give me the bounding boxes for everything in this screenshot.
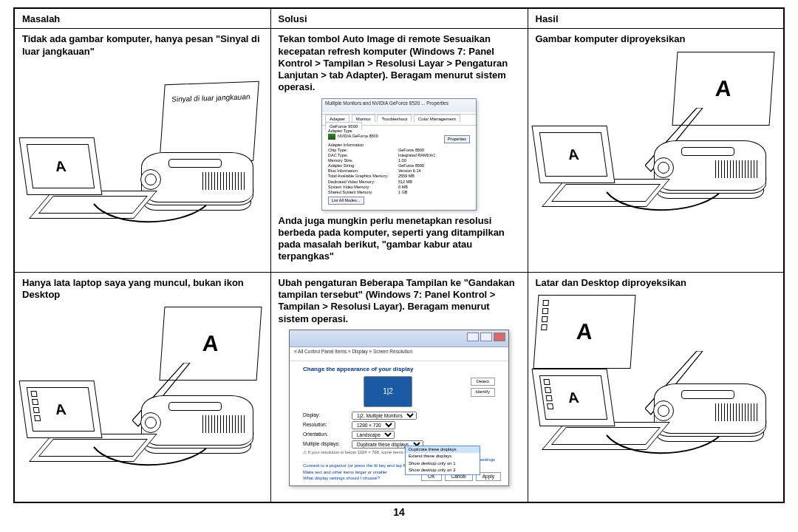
col-header-solution: Solusi bbox=[270, 8, 528, 29]
tab-troubleshoot[interactable]: Troubleshoot bbox=[377, 115, 412, 123]
window-titlebar[interactable] bbox=[290, 330, 508, 347]
r2-solution-text: Ubah pengaturan Beberapa Tampilan ke "Ga… bbox=[279, 277, 520, 325]
adapter-type-label: Adapter Type bbox=[328, 129, 470, 134]
tab-colormgmt[interactable]: Color Management bbox=[414, 115, 460, 123]
r1-solution-text: Tekan tombol Auto Image di remote Sesuai… bbox=[279, 33, 520, 93]
cable-icon bbox=[91, 441, 209, 471]
desktop-icons bbox=[541, 300, 549, 330]
r1-problem-cell: Tidak ada gambar komputer, hanya pesan "… bbox=[14, 29, 270, 273]
r1-solution-tail: Anda juga mungkin perlu menetapkan resol… bbox=[279, 215, 520, 263]
properties-button[interactable]: Properties bbox=[444, 135, 470, 143]
r1-problem-text: Tidak ada gambar komputer, hanya pesan "… bbox=[22, 33, 263, 58]
monitor-preview-icon[interactable] bbox=[364, 376, 412, 407]
desktop-icons bbox=[30, 391, 41, 421]
multiple-displays-dropdown[interactable]: Duplicate these displays Extend these di… bbox=[405, 446, 480, 475]
detect-button[interactable]: Detect bbox=[471, 378, 495, 386]
orientation-select[interactable]: Landscape bbox=[352, 431, 395, 439]
display-select[interactable]: 1|2. Multiple Monitors bbox=[352, 412, 417, 420]
r2-problem-cell: Hanya lata laptop saya yang muncul, buka… bbox=[14, 272, 270, 502]
col-header-result: Hasil bbox=[528, 8, 784, 29]
dialog-heading: Change the appearance of your display bbox=[303, 366, 501, 373]
r2-solution-cell: Ubah pengaturan Beberapa Tampilan ke "Ga… bbox=[270, 272, 528, 502]
resolution-select[interactable]: 1280 × 720 bbox=[352, 421, 395, 429]
projection-screen: A bbox=[533, 295, 636, 369]
page-number: 14 bbox=[0, 506, 798, 518]
r1-result-text: Gambar komputer diproyeksikan bbox=[536, 33, 777, 45]
list-modes-button[interactable]: List All Modes... bbox=[328, 197, 364, 205]
col-header-problem: Masalah bbox=[14, 8, 270, 29]
r2-result-cell: Latar dan Desktop diproyeksikan A bbox=[528, 272, 784, 502]
tab-monitor[interactable]: Monitor bbox=[352, 115, 375, 123]
min-icon[interactable] bbox=[467, 332, 479, 341]
cable-icon bbox=[91, 198, 209, 228]
breadcrumb[interactable]: « All Control Panel Items » Display » Sc… bbox=[290, 347, 508, 361]
r1-result-cell: Gambar komputer diproyeksikan A A bbox=[528, 29, 784, 273]
r2-result-text: Latar dan Desktop diproyeksikan bbox=[536, 277, 777, 289]
dialog-title: Multiple Monitors and NVIDIA GeForce 852… bbox=[322, 99, 476, 115]
cable-icon bbox=[604, 429, 722, 459]
r1-solution-cell: Tekan tombol Auto Image di remote Sesuai… bbox=[270, 29, 528, 273]
cable-icon bbox=[604, 186, 722, 216]
desktop-icons bbox=[544, 379, 554, 409]
dialog-tabs[interactable]: Adapter Monitor Troubleshoot Color Manag… bbox=[322, 115, 476, 126]
r1-result-diagram: A A bbox=[537, 52, 774, 229]
identify-button[interactable]: Identify bbox=[471, 388, 495, 397]
troubleshoot-table: Masalah Solusi Hasil Tidak ada gambar ko… bbox=[13, 7, 785, 503]
adapter-properties-dialog[interactable]: Multiple Monitors and NVIDIA GeForce 852… bbox=[321, 98, 477, 211]
close-icon[interactable] bbox=[494, 332, 505, 341]
max-icon[interactable] bbox=[480, 332, 492, 341]
tab-adapter[interactable]: Adapter bbox=[325, 115, 349, 123]
screen-resolution-dialog[interactable]: « All Control Panel Items » Display » Sc… bbox=[289, 330, 509, 486]
r2-result-diagram: A A bbox=[537, 295, 774, 472]
adapter-type-value: NVIDIA GeForce 8500 bbox=[338, 134, 378, 138]
display-form: Display: 1|2. Multiple Monitors Resoluti… bbox=[303, 412, 495, 449]
r1-problem-diagram: Sinyal di luar jangkauan A bbox=[24, 64, 261, 241]
r2-problem-text: Hanya lata laptop saya yang muncul, buka… bbox=[22, 277, 263, 301]
gpu-icon bbox=[328, 134, 335, 140]
r2-problem-diagram: A A bbox=[24, 307, 261, 484]
